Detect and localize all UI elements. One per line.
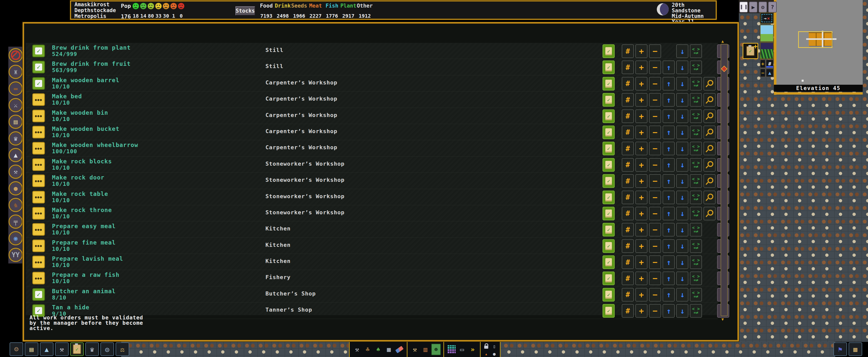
scroll-down-icon[interactable]: ▼ (721, 317, 724, 322)
move-up-button[interactable]: ↑ (662, 61, 675, 74)
increase-amount-button[interactable]: + (636, 126, 648, 139)
set-amount-button[interactable]: # (622, 142, 634, 155)
seed-bag-icon[interactable]: ● (8, 181, 23, 195)
move-down-button[interactable]: ↓ (676, 207, 688, 220)
move-down-button[interactable]: ↓ (676, 44, 688, 58)
pack-animal-icon[interactable]: ♞ (8, 198, 23, 212)
move-up-button[interactable]: ↑ (662, 174, 675, 188)
objects-button[interactable]: ◎ (100, 343, 114, 356)
move-up-button[interactable]: ↑ (662, 93, 675, 107)
conditions-button[interactable]: < >=≠ (690, 255, 702, 269)
move-down-button[interactable]: ↓ (676, 255, 688, 269)
minimap[interactable] (776, 0, 863, 85)
inspect-order-button[interactable] (704, 207, 716, 220)
set-amount-button[interactable]: # (622, 126, 634, 139)
move-up-button[interactable]: ↑ (662, 142, 675, 155)
help-button[interactable]: ? (768, 1, 777, 12)
inspect-order-button[interactable] (704, 158, 716, 172)
conditions-button[interactable]: < >=≠ (690, 174, 702, 188)
decrease-amount-button[interactable]: − (649, 61, 661, 74)
inspect-order-button[interactable] (704, 174, 716, 188)
move-up-button[interactable]: ↑ (662, 158, 675, 172)
work-order-row[interactable]: ✓ ●●● Make bed 10/10 Carpenter’s Worksho… (26, 92, 718, 108)
increase-amount-button[interactable]: + (636, 158, 648, 172)
increase-amount-button[interactable]: + (636, 271, 648, 285)
statue-alert-icon[interactable]: ♜ (8, 65, 23, 79)
scroll-handle[interactable] (721, 66, 727, 72)
work-order-row[interactable]: ✓ ●●● Prepare a raw fish 10/10 Fishery ✓… (26, 270, 718, 286)
set-amount-button[interactable]: # (622, 304, 634, 318)
validate-order-button[interactable]: ✓ (602, 304, 615, 318)
move-down-button[interactable]: ↓ (676, 109, 688, 123)
work-order-row[interactable]: ✓ ●●● Make wooden bucket 10/10 Carpenter… (26, 124, 718, 140)
pacifier-icon[interactable]: ◉ (8, 231, 23, 245)
inspect-order-button[interactable] (704, 77, 716, 91)
zones-grid-icon[interactable] (446, 344, 456, 355)
work-order-row[interactable]: ✓ ●●● Make wooden bin 10/10 Carpenter’s … (26, 108, 718, 124)
work-order-row[interactable]: ✓ ●●● Make rock throne 10/10 Stoneworker… (26, 205, 718, 221)
work-order-row[interactable]: ✓ ●●● Prepare fine meal 10/10 Kitchen ✓ … (26, 238, 718, 254)
move-down-button[interactable]: ↓ (676, 304, 688, 318)
increase-amount-button[interactable]: + (636, 255, 648, 269)
set-amount-button[interactable]: # (622, 271, 634, 285)
settings-button[interactable]: ⚙ (758, 1, 767, 12)
creatures-button[interactable]: ☺ (9, 343, 23, 356)
decrease-amount-button[interactable]: − (649, 255, 661, 269)
increase-amount-button[interactable]: + (636, 77, 648, 91)
validate-order-button[interactable]: ✓ (602, 191, 615, 204)
conditions-button[interactable]: < >=≠ (690, 109, 702, 123)
decrease-amount-button[interactable]: − (649, 223, 661, 236)
increase-amount-button[interactable]: + (636, 61, 648, 74)
validate-order-button[interactable]: ✓ (602, 207, 615, 220)
zoom-out-button[interactable]: − (760, 69, 766, 77)
decrease-amount-button[interactable]: − (649, 191, 661, 204)
move-up-button[interactable]: ↑ (662, 77, 675, 91)
move-up-button[interactable]: ↑ (662, 207, 675, 220)
validate-order-button[interactable]: ✓ (602, 223, 615, 236)
goblets-icon[interactable]: ΥΥ (8, 248, 23, 262)
conditions-button[interactable]: < >=≠ (690, 223, 702, 236)
squads-button[interactable]: ⚑ (833, 343, 847, 356)
hauling-stockpile-icon[interactable]: ▥ (421, 344, 430, 355)
decrease-amount-button[interactable]: − (649, 271, 661, 285)
set-amount-button[interactable]: # (622, 93, 634, 107)
claim-boulder-icon[interactable]: ● (491, 351, 497, 357)
chop-trees-icon[interactable]: ♣ (363, 344, 372, 355)
move-up-button[interactable]: ↑ (662, 191, 675, 204)
forbid-lock-icon[interactable] (483, 343, 489, 349)
validate-order-button[interactable]: ✓ (602, 93, 615, 107)
decrease-amount-button[interactable]: − (649, 239, 661, 253)
move-up-button[interactable]: ↑ (662, 239, 675, 253)
work-order-row[interactable]: ✓ ●●● Make rock door 10/10 Stoneworker’s… (26, 173, 718, 189)
play-button[interactable]: ▶ (749, 1, 757, 12)
conditions-button[interactable]: < >=≠ (690, 304, 702, 318)
decrease-amount-button[interactable]: − (649, 93, 661, 107)
conditions-button[interactable]: < >=≠ (690, 77, 702, 91)
conditions-button[interactable]: < >=≠ (690, 126, 702, 139)
move-down-button[interactable]: ↓ (676, 191, 688, 204)
decrease-amount-button[interactable]: − (649, 158, 661, 172)
decrease-amount-button[interactable]: − (649, 77, 661, 91)
scroll-up-icon[interactable]: ▲ (721, 39, 724, 44)
set-amount-button[interactable]: # (622, 207, 634, 220)
validate-order-button[interactable]: ✓ (602, 255, 615, 269)
conditions-button[interactable]: < >=≠ (690, 61, 702, 74)
increase-amount-button[interactable]: + (636, 44, 648, 58)
levels-button[interactable]: # (766, 60, 774, 68)
erase-designation-icon[interactable] (395, 344, 404, 355)
dump-trash-icon[interactable]: ▯ (491, 343, 497, 349)
set-amount-button[interactable]: # (622, 174, 634, 188)
set-amount-button[interactable]: # (622, 77, 634, 91)
validate-order-button[interactable]: ✓ (602, 61, 615, 74)
conditions-button[interactable]: < >=≠ (690, 288, 702, 301)
decrease-amount-button[interactable]: − (649, 288, 661, 301)
increase-amount-button[interactable]: + (636, 142, 648, 155)
surface-view-button[interactable] (760, 25, 774, 42)
move-up-button[interactable]: ↑ (662, 255, 675, 269)
crossed-swords-icon[interactable]: ⚔ (8, 98, 23, 112)
validate-order-button[interactable]: ✓ (602, 109, 615, 123)
written-scroll-icon[interactable]: ▤ (8, 115, 23, 129)
increase-amount-button[interactable]: + (636, 239, 648, 253)
cancel-follow-button[interactable]: → × (760, 12, 774, 24)
list-scrollbar[interactable]: ▲ ▼ (721, 44, 728, 316)
